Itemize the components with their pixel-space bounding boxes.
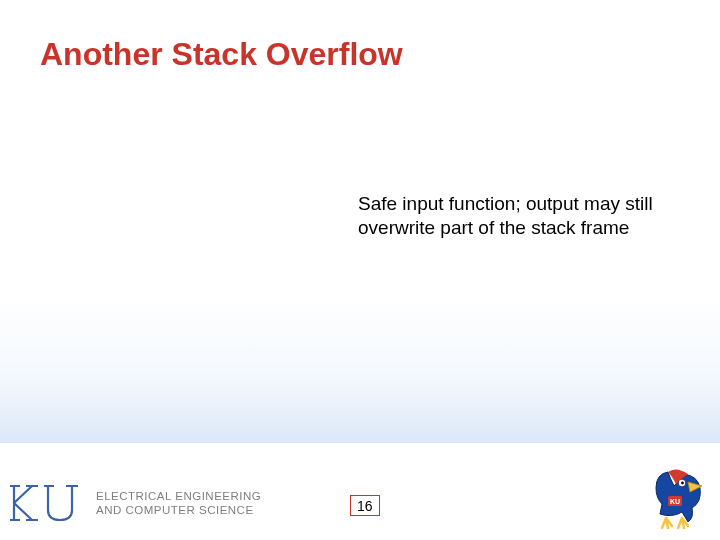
department-line-1: ELECTRICAL ENGINEERING — [96, 489, 261, 503]
jayhawk-mascot-icon: KU — [648, 468, 704, 530]
slide-title: Another Stack Overflow — [40, 36, 403, 73]
slide: Another Stack Overflow Safe input functi… — [0, 0, 720, 540]
department-text: ELECTRICAL ENGINEERING AND COMPUTER SCIE… — [96, 489, 261, 518]
department-line-2: AND COMPUTER SCIENCE — [96, 503, 261, 517]
svg-point-1 — [681, 482, 684, 485]
ku-monogram-icon — [8, 478, 86, 528]
page-number: 16 — [350, 495, 380, 516]
slide-body-text: Safe input function; output may still ov… — [358, 192, 668, 241]
jayhawk-badge-text: KU — [670, 498, 680, 505]
footer-left-logo-group: ELECTRICAL ENGINEERING AND COMPUTER SCIE… — [8, 478, 261, 528]
